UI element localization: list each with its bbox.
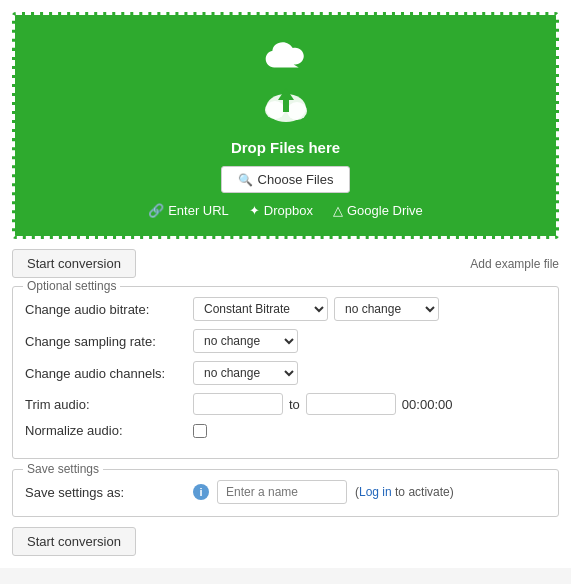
google-drive-link[interactable]: △ Google Drive [333, 203, 423, 218]
search-icon: 🔍 [238, 173, 253, 187]
top-bar: Start conversion Add example file [12, 249, 559, 278]
normalize-controls [193, 424, 207, 438]
channels-label: Change audio channels: [25, 366, 185, 381]
bitrate-controls: Constant Bitrate Variable Bitrate no cha… [193, 297, 439, 321]
dropbox-link[interactable]: ✦ Dropbox [249, 203, 313, 218]
save-settings-label: Save settings as: [25, 485, 185, 500]
link-icon: 🔗 [148, 203, 164, 218]
trim-to-input[interactable] [306, 393, 396, 415]
sampling-row: Change sampling rate: no change 8000 Hz … [25, 329, 546, 353]
upload-icon [25, 35, 546, 76]
channels-select[interactable]: no change 1 (mono) 2 (stereo) [193, 361, 298, 385]
optional-settings-legend: Optional settings [23, 279, 120, 293]
login-text: (Log in to activate) [355, 485, 454, 499]
svg-marker-4 [278, 88, 294, 100]
bitrate-label: Change audio bitrate: [25, 302, 185, 317]
drop-zone[interactable]: Drop Files here 🔍 Choose Files 🔗 Enter U… [12, 12, 559, 239]
save-name-input[interactable] [217, 480, 347, 504]
trim-controls: to 00:00:00 [193, 393, 452, 415]
sampling-label: Change sampling rate: [25, 334, 185, 349]
trim-to-text: to [289, 397, 300, 412]
bottom-bar: Start conversion [12, 527, 559, 556]
channels-controls: no change 1 (mono) 2 (stereo) [193, 361, 298, 385]
sampling-select[interactable]: no change 8000 Hz 11025 Hz 16000 Hz 2205… [193, 329, 298, 353]
dropbox-icon: ✦ [249, 203, 260, 218]
start-conversion-button-bottom[interactable]: Start conversion [12, 527, 136, 556]
sampling-controls: no change 8000 Hz 11025 Hz 16000 Hz 2205… [193, 329, 298, 353]
trim-row: Trim audio: to 00:00:00 [25, 393, 546, 415]
google-drive-icon: △ [333, 203, 343, 218]
cloud-upload-icon [25, 82, 546, 133]
optional-settings-section: Optional settings Change audio bitrate: … [12, 286, 559, 459]
trim-label: Trim audio: [25, 397, 185, 412]
choose-files-button[interactable]: 🔍 Choose Files [221, 166, 351, 193]
enter-url-link[interactable]: 🔗 Enter URL [148, 203, 229, 218]
choose-files-label: Choose Files [258, 172, 334, 187]
bitrate-type-select[interactable]: Constant Bitrate Variable Bitrate [193, 297, 328, 321]
trim-from-input[interactable] [193, 393, 283, 415]
svg-point-2 [287, 102, 307, 120]
trim-time-display: 00:00:00 [402, 397, 453, 412]
svg-point-1 [265, 101, 285, 119]
normalize-label: Normalize audio: [25, 423, 185, 438]
bitrate-row: Change audio bitrate: Constant Bitrate V… [25, 297, 546, 321]
bitrate-value-select[interactable]: no change 64 kbit/s 128 kbit/s 192 kbit/… [334, 297, 439, 321]
channels-row: Change audio channels: no change 1 (mono… [25, 361, 546, 385]
normalize-row: Normalize audio: [25, 423, 546, 438]
save-settings-legend: Save settings [23, 462, 103, 476]
drop-files-text: Drop Files here [25, 139, 546, 156]
normalize-checkbox[interactable] [193, 424, 207, 438]
save-row: Save settings as: i (Log in to activate) [25, 480, 546, 504]
save-settings-section: Save settings Save settings as: i (Log i… [12, 469, 559, 517]
info-icon[interactable]: i [193, 484, 209, 500]
start-conversion-button-top[interactable]: Start conversion [12, 249, 136, 278]
login-link[interactable]: Log in [359, 485, 392, 499]
add-example-link[interactable]: Add example file [470, 257, 559, 271]
